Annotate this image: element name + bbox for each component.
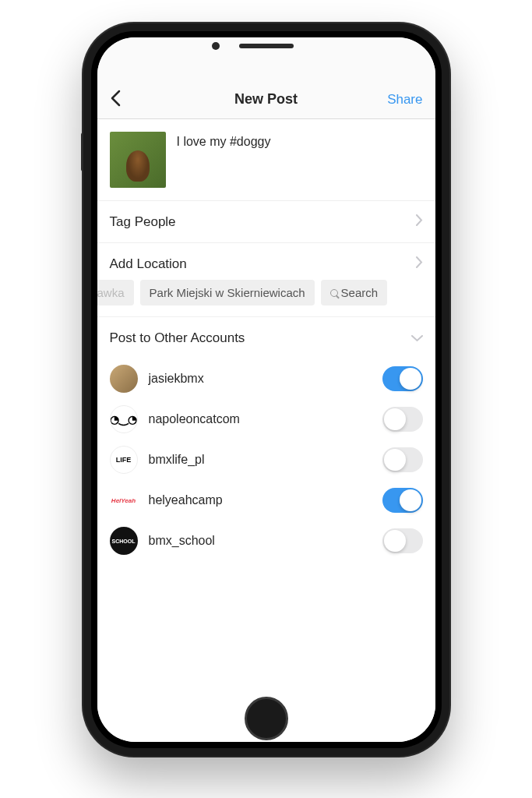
- chevron-down-icon: [411, 330, 423, 346]
- share-button[interactable]: Share: [387, 92, 422, 108]
- screen: New Post Share I love my #doggy Tag Peop…: [97, 37, 435, 742]
- account-toggle[interactable]: [382, 488, 423, 513]
- post-other-accounts-header[interactable]: Post to Other Accounts: [97, 316, 435, 358]
- page-title: New Post: [110, 91, 423, 108]
- account-toggle[interactable]: [382, 366, 423, 391]
- account-name: jasiekbmx: [149, 372, 372, 386]
- avatar[interactable]: [110, 365, 138, 393]
- accounts-list: jasiekbmxnapoleoncatcomLIFEbmxlife_plHel…: [97, 358, 435, 561]
- account-name: napoleoncatcom: [149, 412, 372, 426]
- avatar[interactable]: LIFE: [110, 446, 138, 474]
- account-toggle[interactable]: [382, 447, 423, 472]
- account-name: bmxlife_pl: [149, 453, 372, 467]
- location-chip-partial[interactable]: awka: [97, 280, 134, 305]
- account-row: napoleoncatcom: [97, 399, 435, 440]
- location-suggestions: awka Park Miejski w Skierniewicach Searc…: [97, 280, 435, 316]
- chevron-left-icon: [110, 90, 121, 107]
- tag-people-label: Tag People: [110, 214, 176, 230]
- tag-people-row[interactable]: Tag People: [97, 200, 435, 242]
- chevron-right-icon: [416, 214, 423, 230]
- post-thumbnail[interactable]: [110, 132, 166, 188]
- home-button[interactable]: [245, 697, 288, 740]
- account-name: bmx_school: [149, 534, 372, 548]
- phone-camera: [212, 42, 220, 50]
- avatar[interactable]: [110, 405, 138, 433]
- avatar[interactable]: HelYeah: [110, 486, 138, 514]
- account-row: LIFEbmxlife_pl: [97, 440, 435, 480]
- search-icon: [330, 289, 338, 297]
- add-location-label: Add Location: [110, 256, 187, 272]
- account-row: jasiekbmx: [97, 358, 435, 399]
- account-name: helyeahcamp: [149, 493, 372, 507]
- post-other-accounts-label: Post to Other Accounts: [110, 330, 245, 346]
- avatar[interactable]: SCHOOL: [110, 527, 138, 555]
- account-row: SCHOOLbmx_school: [97, 521, 435, 561]
- chevron-right-icon: [416, 256, 423, 272]
- phone-speaker: [239, 44, 294, 48]
- phone-frame: New Post Share I love my #doggy Tag Peop…: [83, 23, 449, 756]
- account-toggle[interactable]: [382, 528, 423, 553]
- account-toggle[interactable]: [382, 407, 423, 432]
- add-location-row[interactable]: Add Location: [97, 242, 435, 280]
- search-chip-label: Search: [341, 286, 379, 299]
- caption-input[interactable]: I love my #doggy: [177, 132, 271, 149]
- nav-bar: New Post Share: [97, 80, 435, 119]
- content-area: I love my #doggy Tag People Add Location…: [97, 119, 435, 742]
- back-button[interactable]: [110, 90, 121, 110]
- account-row: HelYeahhelyeahcamp: [97, 480, 435, 521]
- location-chip[interactable]: Park Miejski w Skierniewicach: [140, 280, 315, 305]
- caption-row: I love my #doggy: [97, 119, 435, 200]
- location-search-chip[interactable]: Search: [321, 280, 388, 305]
